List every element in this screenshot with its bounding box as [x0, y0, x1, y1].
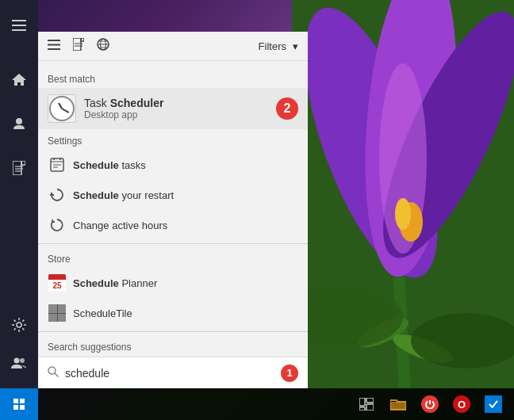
- document-icon[interactable]: [0, 149, 38, 187]
- file-explorer-button[interactable]: [384, 388, 412, 420]
- task-view-button[interactable]: [352, 388, 381, 420]
- svg-rect-29: [81, 38, 84, 41]
- change-active-hours-item[interactable]: Change active hours: [38, 210, 308, 240]
- search-bar-icon: [48, 366, 59, 380]
- task-scheduler-app-icon: [48, 94, 76, 123]
- opera-icon: O: [453, 395, 470, 413]
- svg-rect-17: [13, 161, 21, 175]
- svg-rect-28: [73, 38, 81, 51]
- panel-header-icons: [48, 38, 109, 54]
- opera-button[interactable]: O: [447, 388, 476, 420]
- schedule-tasks-item[interactable]: Schedule tasks: [38, 150, 308, 180]
- home-icon[interactable]: [0, 60, 38, 98]
- task-scheduler-name: Task Scheduler: [84, 97, 298, 109]
- svg-rect-51: [390, 402, 406, 410]
- app-name-bold: Scheduler: [110, 97, 164, 109]
- settings-section-label: Settings: [38, 129, 308, 150]
- hamburger-menu-icon[interactable]: [0, 6, 38, 44]
- svg-point-6: [395, 198, 411, 230]
- check-button[interactable]: [479, 388, 508, 420]
- schedule-planner-item[interactable]: 25 Schedule Planner: [38, 268, 308, 298]
- task-scheduler-item[interactable]: Task Scheduler Desktop app 2: [38, 88, 308, 129]
- start-button[interactable]: [0, 388, 38, 420]
- schedule-tile-text: ScheduleTile: [73, 307, 132, 319]
- store-section-label: Store: [38, 247, 308, 268]
- svg-line-46: [55, 373, 59, 377]
- windows-logo: [13, 399, 25, 410]
- flower-decoration: [292, 0, 514, 388]
- search-input[interactable]: [65, 367, 276, 380]
- settings-store-divider: [38, 243, 308, 244]
- svg-rect-50: [359, 407, 365, 410]
- svg-rect-26: [48, 44, 60, 46]
- svg-marker-15: [12, 74, 26, 86]
- doc-panel-icon[interactable]: [73, 38, 84, 54]
- app-type-label: Desktop app: [84, 109, 298, 120]
- svg-point-45: [48, 367, 56, 374]
- panel-content: Best match Task Scheduler Desktop app 2 …: [38, 61, 308, 357]
- svg-rect-12: [12, 20, 26, 21]
- schedule-tasks-text: Schedule tasks: [73, 159, 146, 171]
- svg-rect-25: [48, 40, 60, 41]
- change-active-hours-icon: [48, 216, 67, 235]
- filters-button[interactable]: Filters ▾: [259, 40, 298, 52]
- search-panel: Filters ▾ Best match Task Scheduler Desk…: [38, 32, 308, 388]
- panel-header: Filters ▾: [38, 32, 308, 61]
- badge-1: 1: [281, 365, 298, 382]
- best-match-label: Best match: [38, 67, 308, 88]
- person-icon[interactable]: [0, 105, 38, 143]
- start-menu-sidebar: [0, 0, 38, 388]
- schedule-tasks-icon: [48, 155, 67, 174]
- power-button[interactable]: [416, 388, 444, 420]
- svg-rect-47: [359, 398, 365, 406]
- taskbar: O: [0, 388, 514, 420]
- store-suggestions-divider: [38, 331, 308, 332]
- svg-point-22: [17, 323, 21, 327]
- svg-rect-49: [366, 404, 374, 410]
- svg-rect-27: [48, 48, 60, 50]
- svg-rect-48: [366, 398, 374, 403]
- power-icon: [421, 395, 439, 413]
- schedule-restart-icon: [48, 185, 67, 204]
- app-name-prefix: Task: [84, 97, 110, 109]
- schedule-restart-item[interactable]: Schedule your restart: [38, 180, 308, 210]
- people-icon[interactable]: [0, 344, 38, 382]
- svg-rect-18: [21, 161, 25, 165]
- filters-arrow-icon: ▾: [293, 40, 298, 52]
- task-scheduler-info: Task Scheduler Desktop app: [84, 97, 298, 120]
- settings-icon[interactable]: [0, 306, 38, 344]
- schedule-tile-icon: [48, 304, 67, 323]
- search-suggestions-label: Search suggestions: [38, 335, 308, 356]
- svg-rect-13: [12, 25, 26, 26]
- svg-point-16: [16, 118, 22, 124]
- badge-2: 2: [276, 97, 298, 120]
- schedule-planner-icon: 25: [48, 273, 67, 292]
- check-icon: [485, 395, 502, 413]
- svg-rect-14: [12, 29, 26, 31]
- filters-label: Filters: [259, 40, 286, 52]
- svg-point-23: [14, 358, 20, 364]
- search-bar: 1: [38, 357, 308, 388]
- globe-panel-icon[interactable]: [97, 38, 109, 54]
- hamburger-panel-icon[interactable]: [48, 39, 60, 53]
- svg-point-24: [20, 358, 25, 363]
- taskbar-system-icons: O: [352, 388, 514, 420]
- change-active-hours-text: Change active hours: [73, 220, 167, 231]
- schedule-tile-item[interactable]: ScheduleTile: [38, 298, 308, 328]
- schedule-restart-text: Schedule your restart: [73, 189, 174, 201]
- schedule-planner-text: Schedule Planner: [73, 277, 157, 289]
